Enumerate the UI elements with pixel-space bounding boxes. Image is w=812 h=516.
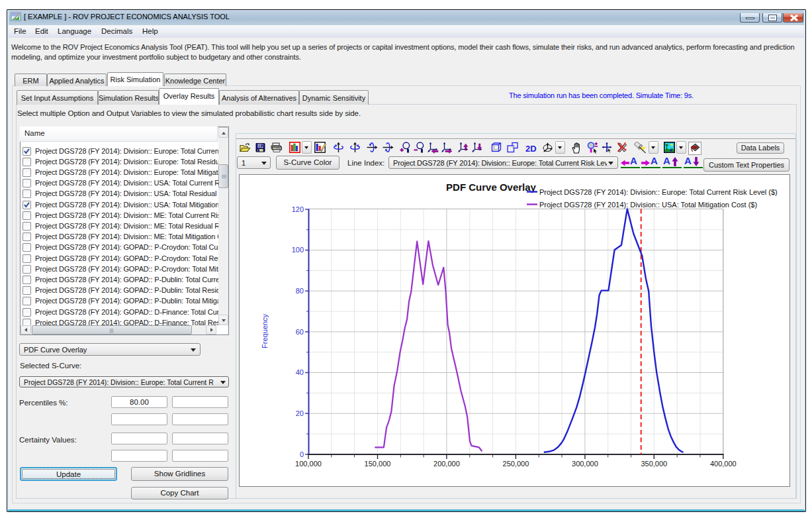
svg-text:PDF Curve Overlay: PDF Curve Overlay [446, 181, 537, 193]
svg-text:60: 60 [296, 328, 304, 336]
svg-text:20: 20 [296, 409, 304, 417]
svg-text:100: 100 [292, 246, 304, 254]
svg-text:80: 80 [296, 287, 304, 295]
svg-text:200,000: 200,000 [433, 460, 460, 468]
svg-text:40: 40 [296, 368, 304, 376]
svg-text:150,000: 150,000 [365, 460, 391, 468]
svg-text:300,000: 300,000 [572, 460, 598, 468]
svg-text:100,000: 100,000 [295, 460, 322, 468]
svg-text:Project DGS728 (FY 2014): Divi: Project DGS728 (FY 2014): Division:: USA… [539, 201, 757, 209]
svg-text:0: 0 [300, 450, 304, 458]
svg-text:350,000: 350,000 [641, 460, 667, 468]
svg-text:250,000: 250,000 [503, 460, 529, 468]
svg-text:120: 120 [292, 205, 304, 213]
svg-text:Frequency: Frequency [261, 314, 269, 348]
svg-text:Project DGS728 (FY 2014): Divi: Project DGS728 (FY 2014): Division:: Eur… [539, 188, 778, 196]
svg-text:400,000: 400,000 [710, 460, 737, 468]
